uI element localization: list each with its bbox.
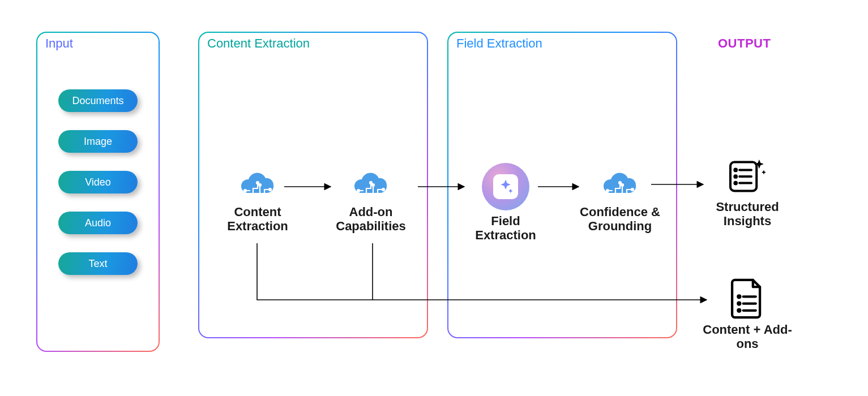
- addon-capabilities-node: Add-on Capabilities: [328, 170, 413, 234]
- field-extraction-title: Field Extraction: [456, 36, 542, 51]
- input-pill-audio: Audio: [58, 212, 138, 234]
- content-extraction-label: Content Extraction: [215, 205, 300, 234]
- arrow-content-panel-to-field-panel: [417, 181, 468, 192]
- structured-insights-node: Structured Insights: [702, 156, 793, 229]
- addon-capabilities-label: Add-on Capabilities: [328, 205, 413, 234]
- input-pill-image: Image: [58, 130, 138, 153]
- confidence-grounding-label: Confidence & Grounding: [578, 205, 662, 234]
- structured-insights-label: Structured Insights: [702, 200, 793, 229]
- content-extraction-node: Content Extraction: [215, 170, 300, 234]
- output-label: OUTPUT: [718, 36, 771, 51]
- content-addons-node: Content + Add-ons: [702, 277, 793, 351]
- arrow-field-to-confidence: [537, 181, 582, 192]
- svg-point-5: [734, 169, 737, 171]
- input-title: Input: [45, 36, 73, 51]
- arrow-content-to-addon: [283, 181, 334, 192]
- field-extraction-label: Field Extraction: [463, 214, 548, 243]
- svg-point-7: [734, 175, 737, 178]
- structured-insights-icon: [726, 156, 768, 197]
- file-list-icon: [729, 277, 766, 320]
- svg-point-13: [738, 303, 740, 305]
- arrow-confidence-to-structured: [650, 179, 707, 190]
- input-pill-documents: Documents: [58, 89, 138, 112]
- input-pill-video: Video: [58, 171, 138, 193]
- content-addons-label: Content + Add-ons: [702, 322, 793, 351]
- field-extraction-node: Field Extraction: [463, 163, 548, 243]
- input-panel: Input Documents Image Video Audio Text: [36, 32, 160, 352]
- arrow-content-to-output-addons: [254, 243, 712, 311]
- cloud-icon: [598, 170, 642, 201]
- svg-point-9: [734, 182, 737, 184]
- content-extraction-title: Content Extraction: [207, 36, 310, 51]
- svg-point-11: [738, 295, 740, 298]
- star-badge-icon: [482, 163, 529, 210]
- cloud-icon: [349, 170, 392, 201]
- cloud-icon: [236, 170, 279, 201]
- svg-point-15: [738, 309, 740, 312]
- input-pill-text: Text: [58, 252, 138, 275]
